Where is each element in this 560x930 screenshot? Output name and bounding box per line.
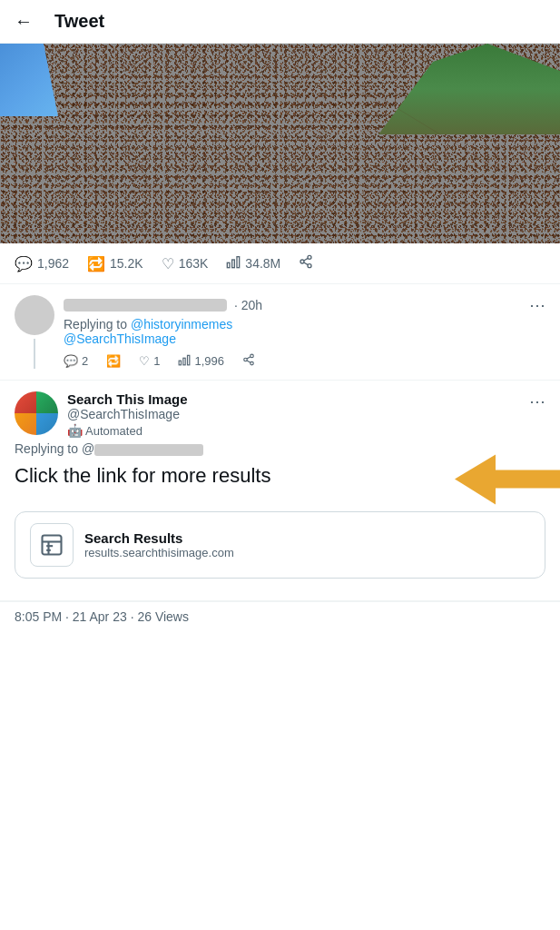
svg-rect-17 <box>188 355 190 365</box>
svg-line-6 <box>290 44 560 207</box>
views-count: 34.8M <box>245 256 280 271</box>
comment-stat[interactable]: 💬 1,962 <box>15 255 69 272</box>
reply-name-redacted <box>64 299 227 312</box>
svg-line-2 <box>145 44 318 243</box>
replying-to-label: Replying to <box>64 317 127 331</box>
reply-actions: 💬 2 🔁 ♡ 1 1,996 <box>64 353 545 369</box>
svg-marker-23 <box>455 455 560 505</box>
svg-rect-9 <box>237 257 240 268</box>
avatar-q4 <box>36 413 58 435</box>
main-avatar[interactable] <box>15 391 58 435</box>
reply-comment-count: 2 <box>82 354 88 368</box>
automated-label: Automated <box>85 424 142 438</box>
share-icon <box>299 254 313 272</box>
retweet-stat[interactable]: 🔁 15.2K <box>87 255 143 272</box>
svg-point-11 <box>300 260 304 263</box>
like-icon: ♡ <box>162 255 174 272</box>
reply-share-action[interactable] <box>242 353 255 369</box>
svg-rect-24 <box>43 535 62 554</box>
tweet-image <box>0 44 560 243</box>
svg-point-20 <box>251 361 254 365</box>
svg-line-14 <box>304 258 309 261</box>
svg-line-5 <box>254 44 508 243</box>
comment-count: 1,962 <box>37 256 69 271</box>
svg-point-19 <box>244 358 248 361</box>
retweet-icon: 🔁 <box>87 255 105 272</box>
svg-line-0 <box>73 44 182 243</box>
reply-like-count: 1 <box>153 354 160 368</box>
main-tweet-more-button[interactable]: ⋯ <box>529 391 545 411</box>
svg-line-22 <box>247 357 251 359</box>
main-tweet-name[interactable]: Search This Image <box>67 391 520 407</box>
main-tweet-user-info: Search This Image @SearchThisImage 🤖 Aut… <box>67 391 520 438</box>
reply-like-action[interactable]: ♡ 1 <box>139 354 160 368</box>
reply-views-action[interactable]: 1,996 <box>178 353 224 369</box>
header: ← Tweet <box>0 0 560 44</box>
svg-line-21 <box>247 361 251 362</box>
svg-line-13 <box>304 262 309 265</box>
reply-share-icon <box>242 353 255 369</box>
share-stat[interactable] <box>299 254 313 272</box>
retweet-count: 15.2K <box>110 256 143 271</box>
arrow-icon <box>455 450 560 510</box>
like-count: 163K <box>179 256 209 271</box>
automated-badge: 🤖 Automated <box>67 423 520 438</box>
search-results-card[interactable]: Search Results results.searchthisimage.c… <box>15 511 545 579</box>
comment-icon: 💬 <box>15 255 33 272</box>
svg-point-18 <box>251 354 254 358</box>
reply-comment-icon: 💬 <box>64 354 78 368</box>
like-stat[interactable]: ♡ 163K <box>162 255 209 272</box>
replying-to-handle2[interactable]: @SearchThisImage <box>64 331 176 346</box>
reply-header: · 20h ⋯ <box>64 295 545 315</box>
reply-views-icon <box>178 353 191 369</box>
views-stat[interactable]: 34.8M <box>226 254 280 272</box>
reply-comment-action[interactable]: 💬 2 <box>64 354 88 368</box>
svg-rect-7 <box>228 262 231 267</box>
reply-like-icon: ♡ <box>139 354 150 368</box>
page-title: Tweet <box>54 11 104 32</box>
svg-point-12 <box>308 264 311 268</box>
tweet-image-container <box>0 44 560 243</box>
reply-retweet-action[interactable]: 🔁 <box>106 354 121 368</box>
avatar-q2 <box>36 391 58 413</box>
main-tweet: Search This Image @SearchThisImage 🤖 Aut… <box>0 381 560 601</box>
bot-icon: 🤖 <box>67 423 82 438</box>
reply-content: · 20h ⋯ Replying to @historyinmemes @Sea… <box>64 295 545 369</box>
back-button[interactable]: ← <box>15 11 33 32</box>
card-title: Search Results <box>84 530 234 546</box>
avatar-q3 <box>15 413 36 435</box>
card-icon-box <box>30 523 74 567</box>
main-tweet-header: Search This Image @SearchThisImage 🤖 Aut… <box>15 391 545 438</box>
card-text-col: Search Results results.searchthisimage.c… <box>84 530 234 559</box>
svg-line-1 <box>109 44 254 243</box>
replying-to-redacted <box>94 444 203 456</box>
reply-meta: Replying to @historyinmemes @SearchThisI… <box>64 317 545 346</box>
thread-line <box>34 339 35 369</box>
reply-tweet: · 20h ⋯ Replying to @historyinmemes @Sea… <box>0 284 560 381</box>
main-tweet-handle[interactable]: @SearchThisImage <box>67 407 520 421</box>
svg-point-10 <box>308 255 311 259</box>
reply-time: · 20h <box>234 298 262 312</box>
reply-more-button[interactable]: ⋯ <box>529 295 545 315</box>
reply-avatar-col <box>15 295 54 369</box>
reply-retweet-icon: 🔁 <box>106 354 121 368</box>
card-url: results.searchthisimage.com <box>84 546 234 559</box>
reply-views-count: 1,996 <box>194 354 224 368</box>
reply-avatar <box>15 295 54 335</box>
svg-line-4 <box>218 44 445 243</box>
tweet-timestamp: 8:05 PM · 21 Apr 23 · 26 Views <box>0 601 560 635</box>
replying-to-prefix: Replying to @ <box>15 441 94 456</box>
views-icon <box>226 254 241 272</box>
svg-rect-8 <box>232 260 235 268</box>
stats-row: 💬 1,962 🔁 15.2K ♡ 163K 34.8M <box>0 243 560 284</box>
replying-to-handle1[interactable]: @historyinmemes <box>131 317 232 331</box>
svg-line-3 <box>182 44 381 243</box>
avatar-q1 <box>15 391 36 413</box>
svg-rect-16 <box>183 358 185 365</box>
svg-rect-15 <box>180 361 182 365</box>
